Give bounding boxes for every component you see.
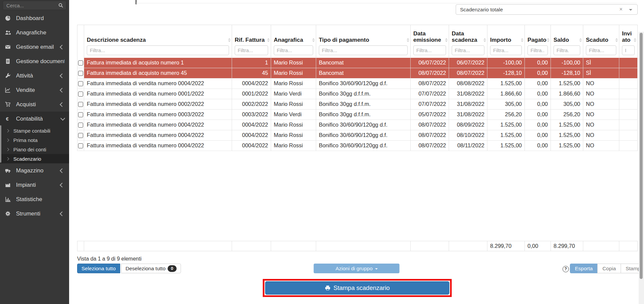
sidebar-item-attivita[interactable]: Attività bbox=[0, 68, 69, 83]
sidebar-subitem-piano-dei-conti[interactable]: Piano dei conti bbox=[0, 145, 69, 154]
filter-input-rif[interactable] bbox=[235, 45, 268, 55]
sidebar-item-dashboard[interactable]: Dashboard bbox=[0, 11, 69, 25]
filter-input-emissione[interactable] bbox=[413, 45, 446, 55]
sidebar-subitem-prima-nota[interactable]: Prima nota bbox=[0, 135, 69, 145]
sidebar-item-anagrafiche[interactable]: Anagrafiche bbox=[0, 25, 69, 40]
header-cell-emissione[interactable]: Data emissione bbox=[411, 25, 449, 58]
table-row[interactable]: Fattura immediata di vendita numero 0003… bbox=[77, 110, 638, 120]
sidebar-item-gestione-email[interactable]: Gestione email bbox=[0, 40, 69, 54]
row-checkbox[interactable] bbox=[78, 102, 83, 107]
row-checkbox[interactable] bbox=[78, 123, 83, 128]
truck-icon bbox=[5, 168, 12, 173]
sidebar-item-strumenti[interactable]: Strumenti bbox=[0, 206, 69, 221]
cell-saldo: -100,00 bbox=[551, 58, 583, 68]
filter-input-pagato[interactable] bbox=[527, 45, 548, 55]
row-checkbox[interactable] bbox=[78, 71, 83, 76]
table-row[interactable]: Fattura immediata di vendita numero 0004… bbox=[77, 141, 638, 151]
page-scrollbar-thumb[interactable] bbox=[640, 33, 643, 279]
cell-scadenza: 08/10/2022 bbox=[449, 130, 487, 140]
sort-arrows-icon[interactable] bbox=[579, 38, 582, 42]
table-row[interactable]: Fattura immediata di vendita numero 0004… bbox=[77, 130, 638, 141]
table-row[interactable]: Fattura immediata di acquisto numero 454… bbox=[77, 68, 638, 79]
sidebar-item-vendite[interactable]: Vendite bbox=[0, 83, 69, 97]
filter-wrapper bbox=[271, 45, 316, 58]
footer-cell-importo: 8.299,70 bbox=[487, 241, 525, 251]
sidebar-item-impianti[interactable]: Impianti bbox=[0, 178, 69, 192]
sidebar-item-magazzino[interactable]: Magazzino bbox=[0, 163, 69, 178]
sort-arrows-icon[interactable] bbox=[407, 38, 409, 42]
sidebar-subitem-stampe-contabili[interactable]: Stampe contabili bbox=[0, 126, 69, 135]
sort-arrows-icon[interactable] bbox=[228, 38, 231, 42]
header-cell-inviato[interactable]: Inviato bbox=[619, 25, 638, 58]
cell-anagrafica: Mario Verdi bbox=[271, 110, 316, 120]
cell-importo: 1.525,00 bbox=[487, 141, 525, 151]
sort-arrows-icon[interactable] bbox=[547, 38, 550, 42]
header-cell-importo[interactable]: Importo bbox=[487, 25, 525, 58]
sort-arrows-icon[interactable] bbox=[483, 38, 486, 42]
schedule-scope-select[interactable]: Scadenzario totale × bbox=[456, 4, 638, 15]
table-row[interactable]: Fattura immediata di acquisto numero 11M… bbox=[77, 58, 638, 68]
sidebar-item-statistiche[interactable]: Statistiche bbox=[0, 192, 69, 206]
row-checkbox-cell bbox=[77, 110, 84, 120]
header-cell-tipo[interactable]: Tipo di pagamento bbox=[316, 25, 411, 58]
row-checkbox[interactable] bbox=[78, 81, 83, 86]
filter-input-inviato[interactable] bbox=[622, 45, 635, 55]
cell-importo: 1.525,00 bbox=[487, 79, 525, 89]
sort-arrows-icon[interactable] bbox=[615, 38, 618, 42]
footer-cell-anagrafica bbox=[271, 241, 316, 251]
cell-pagato: 0,00 bbox=[525, 99, 551, 109]
sidebar-group-contabilita: €ContabilitàStampe contabiliPrima notaPi… bbox=[0, 112, 69, 163]
header-cell-pagato[interactable]: Pagato bbox=[525, 25, 551, 58]
filter-input-descrizione[interactable] bbox=[87, 45, 229, 55]
sidebar-item-contabilita[interactable]: €Contabilità bbox=[0, 112, 69, 126]
filter-input-importo[interactable] bbox=[490, 45, 522, 55]
header-cell-saldo[interactable]: Saldo bbox=[551, 25, 583, 58]
row-checkbox[interactable] bbox=[78, 112, 83, 117]
export-button[interactable]: Esporta bbox=[570, 264, 598, 273]
clear-selection-icon[interactable]: × bbox=[619, 5, 623, 14]
header-cell-descrizione[interactable]: Descrizione scadenza bbox=[84, 25, 232, 58]
sidebar-item-gestione-documentale[interactable]: Gestione documentale bbox=[0, 54, 69, 68]
sort-arrows-icon[interactable] bbox=[445, 38, 448, 42]
footer-cell-inviato bbox=[619, 241, 638, 251]
cell-anagrafica: Mario Rossi bbox=[271, 130, 316, 140]
header-cell-scaduto[interactable]: Scaduto bbox=[583, 25, 619, 58]
row-checkbox[interactable] bbox=[78, 92, 83, 97]
cell-pagato: 0,00 bbox=[525, 120, 551, 130]
sidebar-item-acquisti[interactable]: Acquisti bbox=[0, 97, 69, 112]
header-cell-scadenza[interactable]: Data scadenza bbox=[449, 25, 487, 58]
search-input[interactable] bbox=[3, 1, 66, 10]
filter-wrapper bbox=[232, 45, 271, 58]
help-icon[interactable]: ? bbox=[563, 266, 569, 272]
sort-arrows-icon[interactable] bbox=[634, 38, 636, 42]
sort-arrows-icon[interactable] bbox=[521, 38, 523, 42]
row-checkbox[interactable] bbox=[78, 143, 83, 148]
sort-arrows-icon[interactable] bbox=[312, 38, 315, 42]
copy-button[interactable]: Copia bbox=[597, 264, 621, 273]
table-row[interactable]: Fattura immediata di vendita numero 0004… bbox=[77, 79, 638, 89]
table-row[interactable]: Fattura immediata di vendita numero 0004… bbox=[77, 120, 638, 130]
table-row[interactable]: Fattura immediata di vendita numero 0001… bbox=[77, 89, 638, 99]
group-actions-button[interactable]: Azioni di gruppo bbox=[314, 264, 400, 273]
filter-input-tipo[interactable] bbox=[319, 45, 408, 55]
filter-input-scaduto[interactable] bbox=[586, 45, 616, 55]
filter-input-anagrafica[interactable] bbox=[274, 45, 313, 55]
cell-saldo: 1.525,00 bbox=[551, 130, 583, 140]
table-row[interactable]: Fattura immediata di vendita numero 0002… bbox=[77, 99, 638, 110]
deselect-all-button[interactable]: Deseleziona tutto0 bbox=[121, 264, 181, 273]
chevron-down-icon[interactable] bbox=[629, 9, 632, 11]
cell-tipo: Bonifico 30/60/90/120gg d.f. bbox=[316, 130, 411, 140]
filter-input-scadenza[interactable] bbox=[452, 45, 484, 55]
envelope-icon bbox=[5, 44, 12, 50]
header-cell-rif[interactable]: Rif. Fattura bbox=[232, 25, 271, 58]
header-cell-anagrafica[interactable]: Anagrafica bbox=[271, 25, 316, 58]
row-checkbox[interactable] bbox=[78, 60, 83, 65]
filter-input-saldo[interactable] bbox=[554, 45, 580, 55]
print-schedule-button[interactable]: Stampa scadenzario bbox=[265, 281, 449, 295]
sidebar-scrollbar-thumb[interactable] bbox=[0, 125, 1, 163]
cell-scaduto: NO bbox=[583, 141, 619, 151]
sort-arrows-icon[interactable] bbox=[267, 38, 270, 42]
sidebar-subitem-scadenzario[interactable]: Scadenzario bbox=[0, 154, 69, 163]
row-checkbox[interactable] bbox=[78, 133, 83, 138]
select-all-button[interactable]: Seleziona tutto bbox=[77, 264, 120, 273]
